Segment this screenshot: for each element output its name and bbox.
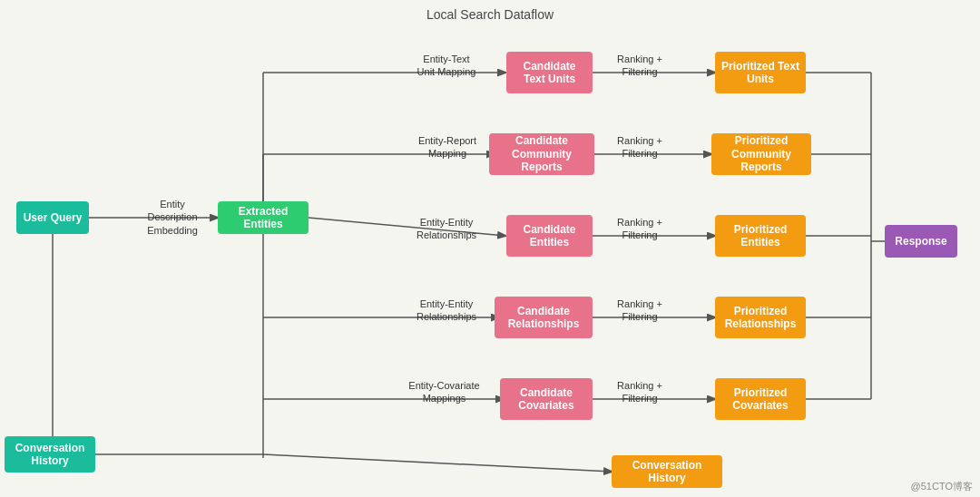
label-ranking-filtering2: Ranking +Filtering (599, 134, 681, 161)
label-entity-covariate: Entity-CovariateMappings (392, 379, 496, 405)
watermark: @51CTO博客 (911, 480, 973, 493)
candidate-entities-node: Candidate Entities (506, 215, 593, 257)
label-entity-text-unit: Entity-TextUnit Mapping (397, 53, 496, 79)
candidate-community-reports-node: Candidate Community Reports (489, 133, 594, 175)
candidate-text-units-node: Candidate Text Units (506, 52, 593, 93)
prioritized-covariates-node: Prioritized Covariates (715, 378, 806, 420)
page-title: Local Search Dataflow (0, 7, 980, 22)
diagram: Local Search Dataflow User Query Convers… (0, 0, 980, 497)
label-entity-description: EntityDescriptionEmbedding (132, 198, 213, 237)
prioritized-relationships-node: Prioritized Relationships (715, 297, 806, 338)
label-entity-entity-rel1: Entity-EntityRelationships (397, 216, 496, 242)
prioritized-community-reports-node: Prioritized Community Reports (711, 133, 811, 175)
label-ranking-filtering4: Ranking +Filtering (599, 297, 681, 324)
conversation-history-out-node: Conversation History (612, 455, 722, 488)
label-ranking-filtering5: Ranking +Filtering (599, 379, 681, 405)
user-query-node: User Query (16, 201, 89, 234)
label-ranking-filtering1: Ranking +Filtering (599, 53, 681, 79)
prioritized-text-units-node: Prioritized Text Units (715, 52, 806, 93)
prioritized-entities-node: Prioritized Entities (715, 215, 806, 257)
response-node: Response (885, 225, 957, 258)
candidate-covariates-node: Candidate Covariates (500, 378, 593, 420)
label-ranking-filtering3: Ranking +Filtering (599, 216, 681, 242)
extracted-entities-node: Extracted Entities (218, 201, 309, 234)
label-entity-report: Entity-ReportMapping (402, 134, 493, 161)
svg-line-21 (263, 454, 612, 472)
conversation-history-node: Conversation History (5, 436, 95, 473)
candidate-relationships-node: Candidate Relationships (495, 297, 593, 338)
label-entity-entity-rel2: Entity-EntityRelationships (397, 297, 496, 324)
